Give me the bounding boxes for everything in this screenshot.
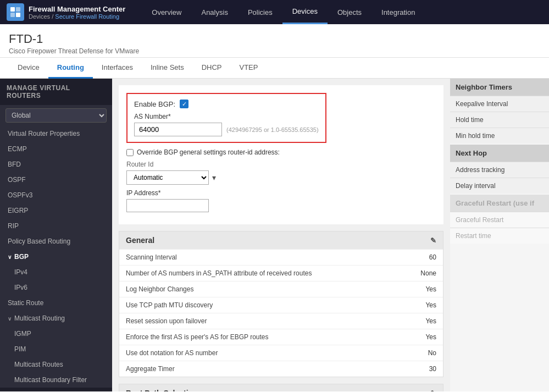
- router-id-select[interactable]: Automatic Manual: [126, 170, 209, 185]
- svg-rect-2: [10, 13, 15, 17]
- graceful-restart-section: Graceful Restart (use if Graceful Restar…: [450, 195, 549, 244]
- router-id-section: Router Id Automatic Manual ▾: [126, 161, 436, 185]
- svg-rect-0: [10, 7, 15, 12]
- nav-policies[interactable]: Policies: [238, 0, 282, 24]
- table-row: Aggregate Timer 30: [119, 361, 443, 377]
- ip-address-input[interactable]: [126, 199, 209, 212]
- multicast-chevron: ∨: [8, 316, 12, 322]
- sidebar-item-policy-based-routing[interactable]: Policy Based Routing: [0, 234, 112, 249]
- tab-device[interactable]: Device: [9, 58, 48, 79]
- tab-dhcp[interactable]: DHCP: [193, 58, 231, 79]
- page-title: FTD-1: [9, 32, 540, 46]
- neighbor-timers-header: Neighbor Timers: [450, 79, 549, 96]
- override-label: Override BGP general settings router-id …: [137, 148, 280, 156]
- sidebar-item-bgp[interactable]: ∨ BGP: [0, 249, 112, 264]
- restart-time-item: Restart time: [450, 228, 549, 244]
- router-id-select-row: Automatic Manual ▾: [126, 170, 436, 185]
- svg-rect-1: [16, 7, 20, 12]
- tab-interfaces[interactable]: Interfaces: [93, 58, 142, 79]
- general-section-table: General ✎ Scanning Interval 60 Number of…: [119, 231, 443, 377]
- nav-integration[interactable]: Integration: [371, 0, 425, 24]
- svg-rect-3: [16, 13, 20, 17]
- enable-bgp-label: Enable BGP:: [134, 100, 175, 108]
- app-title: Firewall Management Center Devices / Sec…: [29, 5, 125, 20]
- keepalive-interval-item[interactable]: Keepalive Interval: [450, 96, 549, 112]
- delay-interval-item[interactable]: Delay interval: [450, 178, 549, 194]
- logo-icon: [7, 3, 24, 21]
- nav-devices[interactable]: Devices: [282, 0, 328, 24]
- sidebar-item-bfd[interactable]: BFD: [0, 157, 112, 172]
- as-hint: (4294967295 or 1.0-65535.65535): [226, 126, 319, 133]
- tab-routing[interactable]: Routing: [48, 58, 93, 79]
- sidebar-item-multicast-boundary-filter[interactable]: Multicast Boundary Filter: [0, 372, 112, 388]
- as-number-input[interactable]: [134, 123, 222, 136]
- page-header: FTD-1 Cisco Firepower Threat Defense for…: [0, 24, 549, 58]
- as-number-label: AS Number*: [134, 113, 319, 120]
- as-number-row: (4294967295 or 1.0-65535.65535): [134, 123, 319, 136]
- sidebar: Manage Virtual Routers Global Virtual Ro…: [0, 79, 112, 391]
- page-subtitle: Cisco Firepower Threat Defense for VMwar…: [9, 47, 540, 55]
- content-area: Enable BGP: ✓ AS Number* (4294967295 or …: [112, 79, 549, 391]
- bgp-chevron: ∨: [8, 254, 12, 260]
- center-panel: Enable BGP: ✓ AS Number* (4294967295 or …: [112, 79, 450, 391]
- sidebar-section-title: Manage Virtual Routers: [0, 79, 112, 105]
- sidebar-item-ecmp[interactable]: ECMP: [0, 141, 112, 157]
- sidebar-item-rip[interactable]: RIP: [0, 218, 112, 234]
- sidebar-router-dropdown[interactable]: Global: [0, 105, 112, 126]
- sidebar-item-multicast-routes[interactable]: Multicast Routes: [0, 357, 112, 372]
- graceful-restart-item: Graceful Restart: [450, 212, 549, 228]
- enable-bgp-row: Enable BGP: ✓: [134, 100, 319, 108]
- sidebar-item-ipv6[interactable]: IPv6: [0, 280, 112, 295]
- table-row: Scanning Interval 60: [119, 249, 443, 265]
- best-path-edit-icon[interactable]: ✎: [430, 389, 436, 392]
- nav-objects[interactable]: Objects: [328, 0, 371, 24]
- enable-bgp-checkbox[interactable]: ✓: [180, 100, 188, 108]
- sidebar-item-ospf[interactable]: OSPF: [0, 172, 112, 187]
- router-id-dropdown-arrow: ▾: [212, 173, 216, 182]
- table-row: Reset session upon failover Yes: [119, 313, 443, 329]
- sidebar-general-settings-title: General Settings: [0, 388, 112, 391]
- table-row: Use dot notation for AS number No: [119, 345, 443, 361]
- sidebar-item-ipv4[interactable]: IPv4: [0, 264, 112, 280]
- ip-address-label: IP Address*: [126, 189, 436, 197]
- right-sidebar: Neighbor Timers Keepalive Interval Hold …: [450, 79, 549, 391]
- next-hop-header: Next Hop: [450, 145, 549, 162]
- nav-overview[interactable]: Overview: [142, 0, 191, 24]
- router-id-label: Router Id: [126, 161, 436, 168]
- sidebar-item-multicast-routing[interactable]: ∨ Multicast Routing: [0, 311, 112, 326]
- router-select[interactable]: Global: [5, 108, 107, 123]
- general-edit-icon[interactable]: ✎: [430, 236, 436, 245]
- sidebar-item-static-route[interactable]: Static Route: [0, 295, 112, 311]
- nav-links: Overview Analysis Policies Devices Objec…: [142, 0, 425, 24]
- device-tabs: Device Routing Interfaces Inline Sets DH…: [0, 58, 549, 79]
- top-nav: Firewall Management Center Devices / Sec…: [0, 0, 549, 24]
- tab-vtep[interactable]: VTEP: [230, 58, 267, 79]
- sidebar-item-ospfv3[interactable]: OSPFv3: [0, 187, 112, 203]
- table-row: Number of AS numbers in AS_PATH attribut…: [119, 265, 443, 281]
- override-row: Override BGP general settings router-id …: [126, 148, 436, 156]
- breadcrumb-link[interactable]: Secure Firewall Routing: [55, 13, 119, 20]
- sidebar-item-eigrp[interactable]: EIGRP: [0, 203, 112, 218]
- table-row: Use TCP path MTU discovery Yes: [119, 297, 443, 313]
- ip-address-section: IP Address*: [126, 189, 436, 212]
- best-path-section-header: Best Path Selection ✎: [119, 384, 443, 391]
- main-content: Manage Virtual Routers Global Virtual Ro…: [0, 79, 549, 391]
- nav-analysis[interactable]: Analysis: [191, 0, 237, 24]
- next-hop-section: Next Hop Address tracking Delay interval: [450, 145, 549, 194]
- override-checkbox[interactable]: [126, 149, 134, 156]
- hold-time-item[interactable]: Hold time: [450, 112, 549, 128]
- address-tracking-item[interactable]: Address tracking: [450, 162, 549, 178]
- general-section-header: General ✎: [119, 231, 443, 249]
- bgp-enable-box: Enable BGP: ✓ AS Number* (4294967295 or …: [126, 93, 326, 143]
- bgp-config-panel: Enable BGP: ✓ AS Number* (4294967295 or …: [119, 85, 443, 224]
- neighbor-timers-section: Neighbor Timers Keepalive Interval Hold …: [450, 79, 549, 143]
- table-row: Enforce the first AS is peer's AS for EB…: [119, 329, 443, 345]
- app-logo: Firewall Management Center Devices / Sec…: [7, 3, 125, 21]
- sidebar-item-igmp[interactable]: IGMP: [0, 326, 112, 341]
- sidebar-item-virtual-router-properties[interactable]: Virtual Router Properties: [0, 126, 112, 141]
- best-path-section-table: Best Path Selection ✎ Default local pref…: [119, 384, 443, 391]
- tab-inline-sets[interactable]: Inline Sets: [142, 58, 193, 79]
- min-hold-time-item[interactable]: Min hold time: [450, 128, 549, 143]
- graceful-restart-header: Graceful Restart (use if: [450, 195, 549, 212]
- sidebar-item-pim[interactable]: PIM: [0, 341, 112, 357]
